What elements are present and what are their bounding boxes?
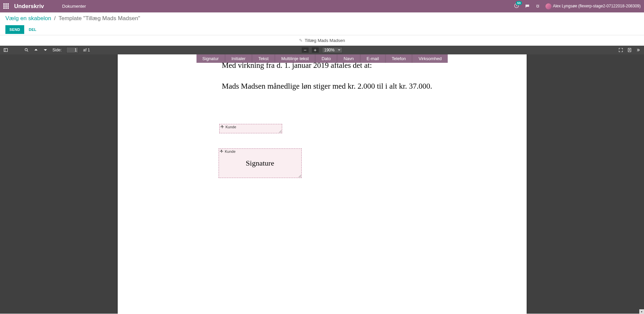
topbar-left: Underskriv Dokumenter: [3, 3, 86, 10]
breadcrumb-current: Template "Tillæg Mads Madsen": [59, 15, 140, 21]
field-tab-text[interactable]: Tekst: [252, 54, 275, 63]
pdf-toolbar-right: [618, 48, 641, 52]
send-button[interactable]: SEND: [5, 25, 24, 34]
dropzone-role: Kunde: [226, 125, 236, 129]
svg-point-3: [25, 48, 27, 51]
move-handle-icon[interactable]: [220, 149, 224, 153]
breadcrumb: Vælg en skabelon / Template "Tillæg Mads…: [5, 15, 639, 22]
field-type-strip: Signatur Initialer Tekst Multilinje teks…: [196, 54, 448, 63]
fullscreen-icon[interactable]: [618, 48, 623, 52]
user-label: Alex Lyngsøe (flexerp-stage2-07122018-20…: [553, 4, 641, 8]
text-field-dropzone[interactable]: Kunde: [219, 124, 282, 133]
zoom-in-button[interactable]: +: [312, 47, 318, 53]
more-icon[interactable]: [636, 48, 641, 52]
field-tab-phone[interactable]: Telefon: [385, 54, 412, 63]
page-down-icon[interactable]: [43, 48, 48, 52]
pdf-toolbar-center: − + 190%: [302, 47, 342, 53]
notifications-button[interactable]: 53: [514, 3, 519, 9]
app-brand[interactable]: Underskriv: [14, 3, 44, 10]
pdf-page: Med virkning fra d. 1. januar 2019 aftal…: [118, 54, 527, 314]
action-bar: SEND DEL: [5, 25, 639, 34]
chat-icon[interactable]: [525, 4, 530, 9]
doc-line-2: Mads Madsen månedlige løn stiger med kr.…: [222, 82, 432, 91]
svg-rect-1: [4, 48, 8, 51]
field-tab-initials[interactable]: Initialer: [225, 54, 252, 63]
avatar: [545, 3, 552, 9]
move-handle-icon[interactable]: [220, 125, 224, 129]
breadcrumb-row: Vælg en skabelon / Template "Tillæg Mads…: [0, 12, 644, 35]
bug-icon[interactable]: [535, 4, 540, 9]
scroll-corner-icon: ▾: [639, 309, 644, 314]
breadcrumb-separator: /: [54, 15, 56, 21]
field-tab-email[interactable]: E-mail: [360, 54, 385, 63]
field-tab-multiline[interactable]: Multilinje tekst: [275, 54, 315, 63]
field-tab-signature[interactable]: Signatur: [196, 54, 225, 63]
sidebar-toggle-icon[interactable]: [3, 48, 8, 52]
field-tab-company[interactable]: Virksomhed: [412, 54, 448, 63]
field-tab-name[interactable]: Navn: [337, 54, 360, 63]
share-button[interactable]: DEL: [25, 25, 40, 34]
pencil-icon[interactable]: ✎: [299, 38, 303, 43]
download-icon[interactable]: [627, 48, 632, 52]
dropzone-role: Kunde: [225, 149, 236, 153]
title-row: ✎ Tillæg Mads Madsen: [0, 35, 644, 46]
signature-dropzone[interactable]: Kunde Signature: [219, 148, 302, 178]
pdf-toolbar: Side: af 1 − + 190%: [0, 46, 644, 54]
page-of: af 1: [83, 48, 90, 52]
pdf-background: Med virkning fra d. 1. januar 2019 aftal…: [0, 54, 644, 314]
nav-documents[interactable]: Dokumenter: [62, 4, 86, 9]
search-icon[interactable]: [24, 48, 29, 52]
page-input[interactable]: [66, 47, 78, 53]
template-title[interactable]: Tillæg Mads Madsen: [305, 38, 345, 43]
topbar: Underskriv Dokumenter 53 Alex Lyngsøe (f…: [0, 0, 644, 12]
field-tab-date[interactable]: Dato: [315, 54, 337, 63]
topbar-right: 53 Alex Lyngsøe (flexerp-stage2-07122018…: [514, 3, 641, 9]
canvas-scroll[interactable]: Med virkning fra d. 1. januar 2019 aftal…: [0, 54, 644, 314]
svg-line-4: [27, 51, 28, 52]
notification-badge: 53: [516, 1, 522, 5]
page-label: Side:: [52, 48, 62, 52]
canvas-outer: Signatur Initialer Tekst Multilinje teks…: [0, 54, 644, 314]
zoom-out-button[interactable]: −: [302, 47, 308, 53]
breadcrumb-root[interactable]: Vælg en skabelon: [5, 15, 51, 21]
apps-icon[interactable]: [3, 3, 9, 9]
zoom-select[interactable]: 190%: [322, 47, 342, 53]
pdf-toolbar-left: Side: af 1: [3, 47, 90, 53]
page-up-icon[interactable]: [34, 48, 38, 52]
user-menu[interactable]: Alex Lyngsøe (flexerp-stage2-07122018-20…: [545, 3, 641, 9]
